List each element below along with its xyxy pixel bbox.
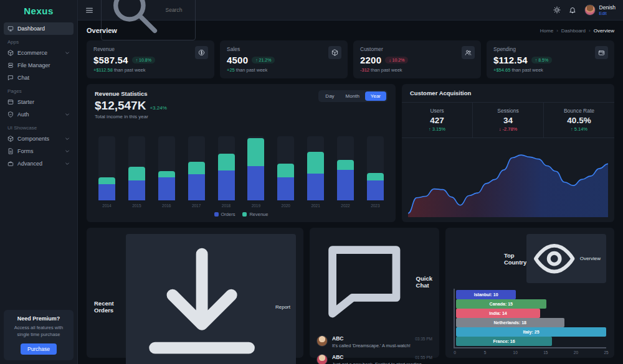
trend-badge: ↑ 8.5% (531, 57, 552, 63)
bar-2023[interactable]: 2023 (367, 136, 384, 208)
user-menu[interactable]: Denish Edit (584, 4, 616, 16)
country-bar-istanbul[interactable]: Istanbul: 10 (456, 290, 516, 299)
stat-card-customer: Customer2200↓ 10.2%-312 than past week (353, 40, 481, 78)
legend-orders: Orders (214, 212, 235, 217)
window-icon (7, 99, 14, 105)
axis-tick: 10 (513, 350, 518, 355)
topbar-actions: Denish Edit (553, 4, 616, 16)
axis-tick: 20 (574, 350, 578, 355)
user-edit-link[interactable]: Edit (599, 11, 616, 16)
stats-row: Revenue$587.54↑ 10.8%+$112.58 than past … (87, 40, 614, 78)
box-icon (7, 50, 14, 56)
bar-2017[interactable]: 2017 (188, 136, 205, 208)
sidebar-item-auth[interactable]: Auth (4, 108, 74, 121)
page-title: Overview (87, 27, 117, 34)
bar-2014[interactable]: 2014 (98, 136, 115, 208)
bar-2016[interactable]: 2016 (158, 136, 175, 208)
breadcrumb-item[interactable]: Overview (594, 28, 614, 34)
customer-acquisition-title: Customer Acquisition (402, 84, 614, 103)
eye-icon (532, 236, 576, 281)
sidebar-item-chat[interactable]: Chat (4, 72, 74, 84)
stat-card-revenue: Revenue$587.54↑ 10.8%+$112.58 than past … (87, 40, 214, 78)
menu-icon[interactable] (85, 6, 93, 14)
avatar (316, 335, 328, 347)
recent-orders-title: Recent Orders (94, 300, 126, 314)
notifications-bell-icon[interactable] (569, 6, 576, 14)
metric-users: Users427↑ 3.15% (402, 103, 473, 138)
chat-message[interactable]: ABC03:35 PMIt's called 'Dreamscape.' A m… (316, 335, 432, 349)
sidebar-item-dashboard[interactable]: Dashboard (4, 22, 74, 35)
period-tabs: DayMonthYear (318, 90, 388, 102)
axis-tick: 15 (543, 350, 548, 355)
quick-chat-title: Quick Chat (416, 275, 432, 289)
bar-2022[interactable]: 2022 (337, 136, 354, 208)
sidebar-item-file-manager[interactable]: File Manager (4, 59, 74, 72)
bar-2020[interactable]: 2020 (277, 136, 294, 208)
country-x-axis: 0510152025 (455, 348, 606, 353)
user-name: Denish (599, 4, 616, 11)
country-bar-canada[interactable]: Canada: 15 (456, 299, 546, 309)
file-icon (7, 148, 14, 154)
download-icon (131, 236, 272, 364)
tab-day[interactable]: Day (320, 91, 340, 101)
customer-acquisition-card: Customer Acquisition Users427↑ 3.15%Sess… (402, 84, 614, 222)
shield-icon (7, 111, 14, 118)
content: Overview Home›Dashboard›Overview Revenue… (78, 21, 623, 364)
revenue-subtitle: Total income in this year (95, 114, 167, 119)
sidebar-section-label: Apps (4, 35, 74, 47)
globe-icon: undefined (454, 235, 500, 282)
axis-tick: 0 (454, 350, 456, 355)
briefcase-icon (7, 161, 14, 167)
chat-icon (7, 75, 14, 81)
premium-card: Need Premium? Access all features with s… (4, 310, 74, 360)
stat-card-sales: Sales4500↑ 21.2%+25 than past week (220, 40, 348, 78)
legend-revenue: Revenue (242, 212, 268, 217)
premium-text: Access all features with single time pur… (8, 325, 69, 338)
bar-2021[interactable]: 2021 (307, 136, 324, 208)
breadcrumb-item[interactable]: Dashboard (561, 28, 586, 34)
trend-badge: ↑ 21.2% (252, 57, 275, 63)
country-bar-france[interactable]: France: 16 (456, 337, 552, 346)
acquisition-area-chart (408, 143, 608, 217)
country-bar-netherlands[interactable]: Netherlands: 18 (456, 318, 564, 327)
dollar-icon (195, 46, 208, 59)
sidebar-item-advanced[interactable]: Advanced (4, 157, 74, 170)
sidebar-item-ecommerce[interactable]: Ecommerce (4, 47, 74, 59)
revenue-bar-chart: 2014201520162017201820192020202120222023 (95, 126, 388, 208)
sidebar-item-components[interactable]: Components (4, 133, 74, 145)
revenue-statistics-title: Revenue Statistics (95, 90, 167, 97)
sidebar-nav: DashboardAppsEcommerceFile ManagerChatPa… (0, 21, 77, 306)
app-logo: Nexus (0, 0, 77, 21)
top-country-title: Top Country (504, 252, 526, 266)
country-bar-italy[interactable]: Italy: 25 (456, 327, 606, 337)
box-icon (7, 136, 14, 142)
country-bar-india[interactable]: India: 14 (456, 309, 540, 318)
bar-2019[interactable]: 2019 (247, 136, 264, 208)
bar-2018[interactable]: 2018 (218, 136, 235, 208)
chevron-down-icon (65, 112, 70, 117)
quick-chat-card: Quick Chat ABC03:35 PMIt's called 'Dream… (310, 228, 439, 358)
tab-month[interactable]: Month (340, 91, 365, 101)
chat-messages: ABC03:35 PMIt's called 'Dreamscape.' A m… (316, 330, 432, 364)
chat-message[interactable]: ABC01:55 PMJust got a new book. Excited … (316, 354, 432, 364)
sidebar: Nexus DashboardAppsEcommerceFile Manager… (0, 0, 78, 364)
topbar: Denish Edit (78, 0, 623, 21)
purchase-button[interactable]: Purchase (21, 343, 57, 355)
tab-year[interactable]: Year (365, 91, 386, 101)
stat-card-spending: Spending$112.54↑ 8.5%+$54.65 than past w… (487, 40, 614, 78)
chevron-down-icon (65, 50, 70, 55)
revenue-statistics-card: Revenue Statistics $12,547K +3.24% Total… (87, 84, 396, 222)
axis-tick: 5 (484, 350, 487, 355)
sidebar-item-forms[interactable]: Forms (4, 145, 74, 157)
sidebar-item-starter[interactable]: Starter (4, 96, 74, 108)
breadcrumb-item[interactable]: Home (540, 28, 553, 34)
axis-tick: 25 (604, 350, 608, 355)
premium-title: Need Premium? (8, 315, 69, 322)
report-button[interactable]: Report (126, 234, 296, 364)
theme-toggle-sun-icon[interactable] (553, 6, 561, 14)
country-overview-button[interactable]: Overview (526, 234, 606, 283)
trend-badge: ↑ 10.8% (132, 57, 155, 63)
bar-2015[interactable]: 2015 (128, 136, 145, 208)
search-input[interactable] (165, 7, 190, 13)
monitor-icon (7, 26, 14, 32)
